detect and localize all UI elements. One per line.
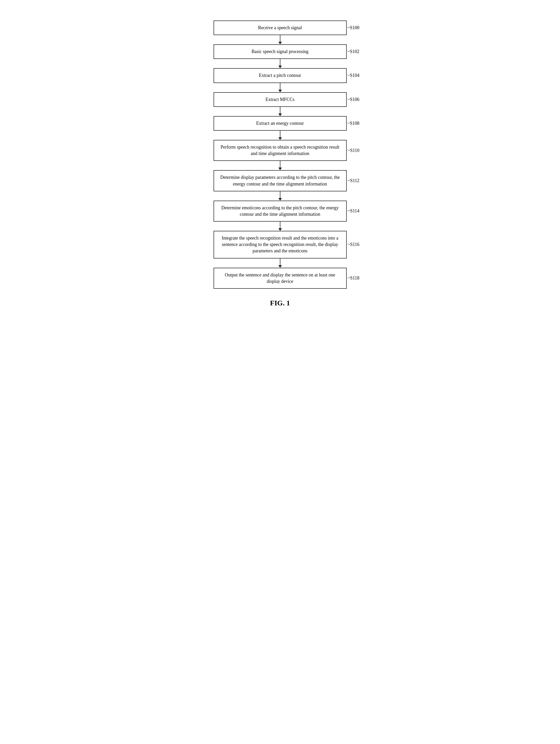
- arrow-s108: [278, 131, 282, 140]
- step-box-s106: Extract MFCCs: [213, 92, 347, 107]
- step-label-s104: ~S104: [348, 73, 360, 78]
- step-label-s112: ~S112: [348, 178, 359, 183]
- step-box-s116: Integrate the speech recognition result …: [213, 231, 347, 259]
- flow-wrapper: Receive a speech signal~S100Basic speech…: [196, 21, 365, 289]
- arrow-head: [278, 113, 282, 116]
- figure-caption: FIG. 1: [270, 299, 290, 307]
- arrow-line: [280, 161, 280, 168]
- step-label-s102: ~S102: [348, 49, 360, 54]
- arrow-head: [278, 66, 282, 68]
- step-label-s114: ~S114: [348, 208, 359, 214]
- step-row-s106: Extract MFCCs~S106: [196, 92, 365, 107]
- step-label-s118: ~S118: [348, 275, 359, 281]
- arrow-s114: [278, 222, 282, 231]
- arrow-head: [278, 137, 282, 140]
- step-label-s100: ~S100: [348, 25, 360, 31]
- arrow-line: [280, 259, 280, 265]
- arrow-s104: [278, 83, 282, 92]
- step-label-s110: ~S110: [348, 148, 359, 153]
- arrow-line: [280, 59, 280, 66]
- arrow-line: [280, 131, 280, 137]
- arrow-line: [280, 191, 280, 198]
- step-row-s118: Output the sentence and display the sent…: [196, 268, 365, 289]
- arrow-line: [280, 83, 280, 90]
- arrow-line: [280, 35, 280, 42]
- diagram-container: Receive a speech signal~S100Basic speech…: [191, 10, 370, 323]
- step-row-s110: Perform speech recognition to obtain a s…: [196, 140, 365, 161]
- arrow-s116: [278, 259, 282, 268]
- step-row-s108: Extract an energy contour~S108: [196, 116, 365, 131]
- step-box-s112: Determine display parameters according t…: [213, 170, 347, 191]
- step-row-s102: Basic speech signal processing~S102: [196, 44, 365, 59]
- step-label-s108: ~S108: [348, 121, 360, 126]
- arrow-head: [278, 198, 282, 200]
- step-row-s112: Determine display parameters according t…: [196, 170, 365, 191]
- step-row-s104: Extract a pitch contour~S104: [196, 68, 365, 83]
- arrow-head: [278, 228, 282, 231]
- step-box-s108: Extract an energy contour: [213, 116, 347, 131]
- step-box-s118: Output the sentence and display the sent…: [213, 268, 347, 289]
- arrow-head: [278, 90, 282, 92]
- step-box-s102: Basic speech signal processing: [213, 44, 347, 59]
- arrow-head: [278, 42, 282, 44]
- arrow-head: [278, 265, 282, 268]
- arrow-line: [280, 222, 280, 228]
- step-box-s100: Receive a speech signal: [213, 21, 347, 35]
- step-row-s100: Receive a speech signal~S100: [196, 21, 365, 35]
- step-label-s106: ~S106: [348, 97, 360, 102]
- arrow-line: [280, 107, 280, 113]
- arrow-head: [278, 168, 282, 170]
- step-row-s114: Determine emoticons according to the pit…: [196, 200, 365, 222]
- arrow-s100: [278, 35, 282, 44]
- arrow-s102: [278, 59, 282, 68]
- step-row-s116: Integrate the speech recognition result …: [196, 231, 365, 259]
- arrow-s112: [278, 191, 282, 200]
- step-box-s110: Perform speech recognition to obtain a s…: [213, 140, 347, 161]
- arrow-s110: [278, 161, 282, 170]
- step-box-s104: Extract a pitch contour: [213, 68, 347, 83]
- step-label-s116: ~S116: [348, 242, 359, 247]
- arrow-s106: [278, 107, 282, 116]
- step-box-s114: Determine emoticons according to the pit…: [213, 200, 347, 222]
